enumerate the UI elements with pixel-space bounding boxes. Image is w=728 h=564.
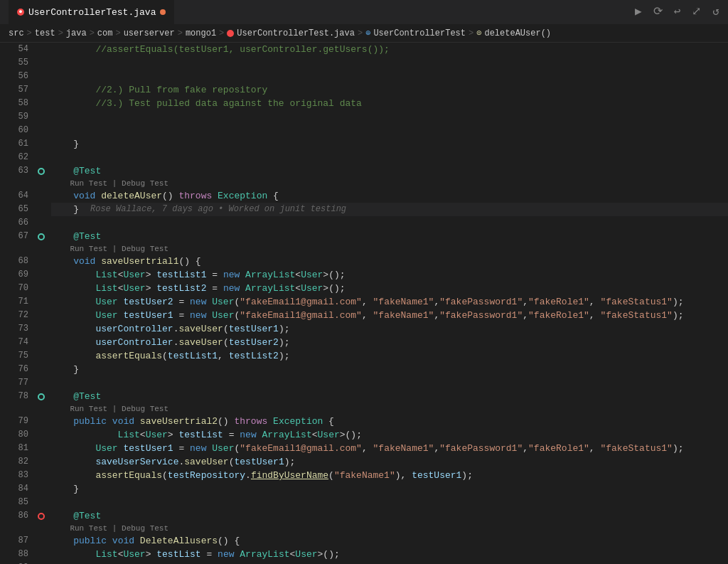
code-line-88: List<User> testList = new ArrayList<User…: [51, 548, 728, 561]
code-line-81: User testUser1 = new User("fakeEmail1@gm…: [51, 442, 728, 455]
code-line-59: [51, 110, 728, 124]
line-numbers: 54 55 56 57 58 59 60 61 62 63 64 65 66 6…: [0, 43, 34, 564]
code-line-54: //assertEquals(testUser1, userController…: [51, 43, 728, 56]
code-line-67: @Test: [51, 230, 728, 243]
test-run-icon-86[interactable]: [38, 513, 45, 520]
code-line-63: @Test: [51, 164, 728, 178]
code-line-82: saveUserService.saveUser(testUser1);: [51, 455, 728, 469]
code-line-56: [51, 70, 728, 83]
code-line-79: public void saveUsertrial2() throws Exce…: [51, 415, 728, 428]
code-line-65: } Rose Wallace, 7 days ago • Worked on j…: [51, 203, 728, 216]
code-line-58: //3.) Test pulled data against the origi…: [51, 97, 728, 110]
code-line-60: [51, 124, 728, 137]
editor-area: 54 55 56 57 58 59 60 61 62 63 64 65 66 6…: [0, 43, 728, 564]
code-line-77: [51, 376, 728, 390]
code-line-55: [51, 56, 728, 70]
code-line-74: userController.saveUser(testUser2);: [51, 336, 728, 349]
code-line-70: List<User> testList2 = new ArrayList<Use…: [51, 282, 728, 295]
code-line-80: List<User> testList = new ArrayList<User…: [51, 428, 728, 442]
title-bar: ● UserControllerTest.java ▶ ⟳ ↩ ⤢ ↺: [0, 0, 728, 25]
gutter: [34, 43, 48, 564]
toolbar-actions: ▶ ⟳ ↩ ⤢ ↺: [635, 6, 719, 19]
test-run-icon-67[interactable]: [38, 233, 45, 240]
breadcrumb-error-badge: [227, 30, 234, 37]
code-line-68: void saveUsertrial1() {: [51, 255, 728, 268]
active-tab[interactable]: ● UserControllerTest.java: [9, 0, 174, 25]
code-line-86: @Test: [51, 509, 728, 523]
code-line-89: userController.deleteAllUsers();: [51, 561, 728, 564]
code-line-87: public void DeleteAllusers() {: [51, 534, 728, 548]
code-line-76: }: [51, 363, 728, 376]
code-line-73: userController.saveUser(testUser1);: [51, 322, 728, 336]
code-line-69: List<User> testList1 = new ArrayList<Use…: [51, 268, 728, 282]
run-icon[interactable]: ▶: [635, 6, 642, 19]
code-line-83: assertEquals(testRepository.findByUserNa…: [51, 469, 728, 482]
run-debug-67: Run Test | Debug Test: [51, 243, 728, 255]
breadcrumb: src > test > java > com > userserver > m…: [0, 25, 728, 43]
refresh-icon[interactable]: ⟳: [653, 6, 663, 19]
code-line-85: [51, 496, 728, 509]
tab-error-icon: ●: [17, 9, 24, 16]
code-line-75: assertEquals(testList1, testList2);: [51, 349, 728, 363]
run-debug-78: Run Test | Debug Test: [51, 403, 728, 415]
run-debug-63: Run Test | Debug Test: [51, 178, 728, 189]
tab-filename: UserControllerTest.java: [28, 6, 156, 19]
test-run-icon-78[interactable]: [38, 393, 45, 400]
code-line-84: }: [51, 482, 728, 496]
code-line-78: @Test: [51, 390, 728, 403]
code-line-71: User testUser2 = new User("fakeEmail1@gm…: [51, 295, 728, 309]
code-line-57: //2.) Pull from fake repository: [51, 83, 728, 97]
code-line-66: [51, 216, 728, 230]
back-icon[interactable]: ↺: [712, 6, 719, 19]
code-line-72: User testUser1 = new User("fakeEmail1@gm…: [51, 309, 728, 322]
step-icon[interactable]: ⤢: [692, 6, 701, 19]
undo-icon[interactable]: ↩: [674, 6, 681, 19]
tab-modified-dot: [160, 9, 166, 15]
run-debug-86: Run Test | Debug Test: [51, 523, 728, 534]
code-content: //assertEquals(testUser1, userController…: [48, 43, 728, 564]
code-line-64: void deleteAUser() throws Exception {: [51, 189, 728, 203]
code-line-61: }: [51, 137, 728, 151]
test-run-icon-63[interactable]: [38, 168, 45, 175]
code-line-62: [51, 151, 728, 164]
